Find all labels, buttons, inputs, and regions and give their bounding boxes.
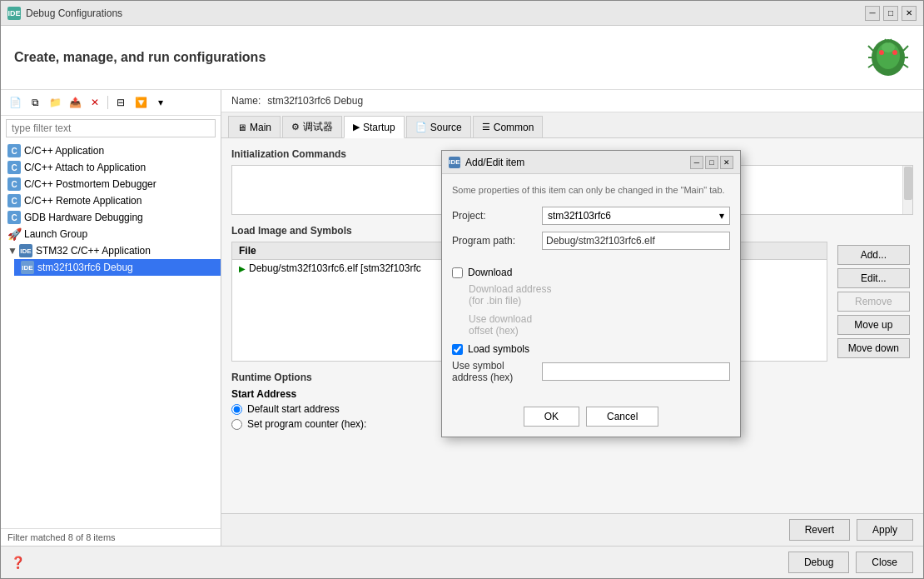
help-button[interactable]: ❓ — [11, 556, 25, 569]
maximize-button[interactable]: □ — [883, 6, 898, 21]
folder-button[interactable]: 📁 — [46, 93, 64, 112]
search-box — [6, 119, 216, 137]
tree-item-gdb-hardware[interactable]: C GDB Hardware Debugging — [1, 209, 221, 226]
close-button[interactable]: Close — [856, 552, 913, 573]
bottom-bar: Revert Apply — [221, 513, 923, 546]
play-icon: ▶ — [239, 264, 246, 273]
export-button[interactable]: 📤 — [66, 93, 84, 112]
move-down-button[interactable]: Move down — [837, 338, 910, 358]
svg-line-4 — [868, 46, 873, 51]
delete-button[interactable]: ✕ — [86, 93, 104, 112]
tab-startup[interactable]: ▶ Startup — [344, 116, 405, 138]
minimize-button[interactable]: ─ — [865, 6, 880, 21]
load-symbols-label: Load symbols — [468, 343, 529, 355]
tree-item-stm32[interactable]: ▼ IDE STM32 C/C++ Application — [1, 242, 221, 259]
project-value: stm32f103rfc6 — [548, 210, 611, 222]
svg-point-10 — [882, 42, 895, 52]
init-commands-scrollbar[interactable] — [902, 166, 912, 214]
name-label: Name: — [231, 95, 261, 107]
tab-debugger[interactable]: ⚙ 调试器 — [282, 116, 342, 137]
window-bottom-bar: ❓ Debug Close — [1, 546, 923, 578]
svg-line-7 — [903, 46, 908, 51]
file-path: Debug/stm32f103rfc6.elf [stm32f103rfc — [249, 262, 421, 274]
load-symbols-checkbox[interactable] — [452, 344, 463, 355]
dialog-title: Add/Edit item — [465, 157, 690, 168]
collapse-button[interactable]: ⊟ — [112, 93, 130, 112]
tree-item-cpp-attach[interactable]: C C/C++ Attach to Application — [1, 159, 221, 176]
gdb-hardware-icon: C — [7, 211, 21, 224]
filter-status: Filter matched 8 of 8 items — [1, 528, 221, 546]
edit-button[interactable]: Edit... — [837, 268, 910, 288]
program-path-label: Program path: — [452, 235, 535, 247]
filter-dropdown-button[interactable]: ▾ — [152, 93, 170, 112]
dialog-body: Some properties of this item can only be… — [442, 174, 740, 400]
main-tab-icon: 🖥 — [237, 122, 246, 132]
program-path-row: Program path: — [452, 232, 730, 250]
cancel-button[interactable]: Cancel — [586, 407, 658, 427]
toolbar-separator — [107, 96, 108, 109]
project-dropdown[interactable]: stm32f103rfc6 ▾ — [542, 207, 730, 225]
header-title: Create, manage, and run configurations — [14, 50, 266, 65]
tree-item-cpp-postmortem[interactable]: C C/C++ Postmortem Debugger — [1, 176, 221, 192]
tree-area: C C/C++ Application C C/C++ Attach to Ap… — [1, 141, 221, 528]
tree-item-stm32-debug[interactable]: IDE stm32f103rfc6 Debug — [14, 259, 221, 276]
tab-common[interactable]: ☰ Common — [473, 116, 544, 137]
load-image-buttons: Add... Edit... Remove Move up Move down — [834, 242, 913, 362]
radio-counter-input[interactable] — [231, 419, 242, 430]
ok-button[interactable]: OK — [524, 407, 579, 427]
download-checkbox-row: Download — [452, 267, 730, 278]
dialog-close-button[interactable]: ✕ — [720, 156, 733, 169]
svg-line-9 — [903, 64, 908, 67]
download-offset-label: Use download offset (hex) — [469, 313, 552, 337]
cpp-postmortem-icon: C — [7, 177, 21, 191]
program-path-input[interactable] — [542, 232, 730, 250]
stm32-debug-icon: IDE — [21, 261, 34, 274]
dropdown-arrow-icon: ▾ — [719, 210, 724, 222]
cpp-attach-icon: C — [7, 161, 21, 174]
revert-button[interactable]: Revert — [789, 519, 850, 541]
tree-item-launch-group[interactable]: 🚀 Launch Group — [1, 226, 221, 242]
name-row: Name: stm32f103rfc6 Debug — [221, 90, 923, 112]
tab-main[interactable]: 🖥 Main — [228, 116, 281, 137]
symbol-address-input[interactable] — [542, 362, 730, 381]
debugger-tab-icon: ⚙ — [291, 122, 300, 132]
tabs: 🖥 Main ⚙ 调试器 ▶ Startup 📄 Source ☰ Co — [221, 112, 923, 138]
common-tab-icon: ☰ — [482, 122, 490, 132]
tree-item-cpp-app[interactable]: C C/C++ Application — [1, 142, 221, 159]
window-header: Create, manage, and run configurations — [1, 26, 923, 90]
dialog-minimize-button[interactable]: ─ — [690, 156, 703, 169]
debug-button[interactable]: Debug — [788, 552, 849, 573]
download-label: Download — [468, 267, 512, 278]
move-up-button[interactable]: Move up — [837, 315, 910, 335]
cpp-remote-icon: C — [7, 194, 21, 207]
main-action-buttons: Debug Close — [788, 552, 913, 573]
dialog-maximize-button[interactable]: □ — [705, 156, 718, 169]
app-logo — [867, 36, 910, 79]
startup-tab-icon: ▶ — [353, 122, 360, 132]
dialog-title-bar: IDE Add/Edit item ─ □ ✕ — [442, 151, 740, 174]
filter-button[interactable]: 🔽 — [132, 93, 150, 112]
load-symbols-row: Load symbols — [452, 343, 730, 355]
download-checkbox[interactable] — [452, 267, 463, 278]
search-input[interactable] — [12, 122, 210, 134]
add-button[interactable]: Add... — [837, 245, 910, 265]
svg-line-6 — [868, 64, 873, 67]
name-value: stm32f103rfc6 Debug — [267, 95, 363, 107]
window-title: Debug Configurations — [26, 7, 865, 19]
symbol-address-label: Use symbol address (hex) — [452, 360, 535, 383]
dialog-controls: ─ □ ✕ — [690, 156, 733, 169]
dialog-notice: Some properties of this item can only be… — [452, 184, 730, 197]
tree-item-cpp-remote[interactable]: C C/C++ Remote Application — [1, 192, 221, 209]
tab-source[interactable]: 📄 Source — [406, 116, 471, 137]
close-window-button[interactable]: ✕ — [902, 6, 917, 21]
toolbar: 📄 ⧉ 📁 📤 ✕ ⊟ 🔽 ▾ — [1, 90, 221, 116]
new-config-button[interactable]: 📄 — [6, 93, 24, 112]
left-panel: 📄 ⧉ 📁 📤 ✕ ⊟ 🔽 ▾ C C/C++ Application — [1, 90, 221, 546]
remove-button[interactable]: Remove — [837, 292, 910, 312]
dialog-footer: OK Cancel — [442, 400, 740, 437]
radio-default-input[interactable] — [231, 404, 242, 415]
duplicate-button[interactable]: ⧉ — [26, 93, 44, 112]
apply-button[interactable]: Apply — [857, 519, 913, 541]
source-tab-icon: 📄 — [415, 122, 427, 132]
download-address-row: Download address (for .bin file) — [469, 283, 730, 307]
